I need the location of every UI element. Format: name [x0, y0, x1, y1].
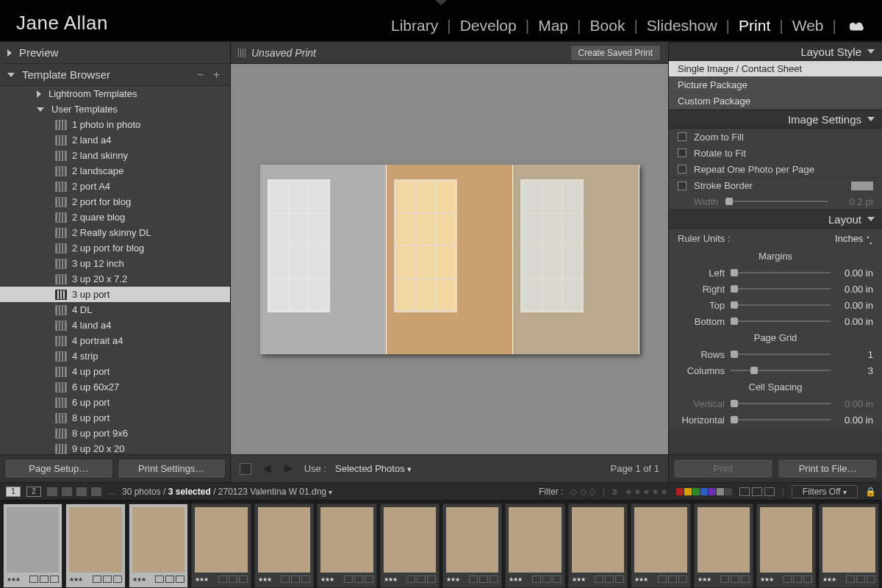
template-item[interactable]: 4 portrait a4: [0, 333, 230, 348]
rotate-to-fit-option[interactable]: Rotate to Fit: [669, 145, 882, 161]
template-browser-header[interactable]: Template Browser − +: [0, 64, 230, 86]
template-item[interactable]: 2 quare blog: [0, 209, 230, 225]
print-job-title: Unsaved Print: [251, 47, 316, 59]
filter-lock-icon[interactable]: 🔒: [865, 487, 876, 497]
repeat-photo-option[interactable]: Repeat One Photo per Page: [669, 161, 882, 177]
print-canvas[interactable]: [231, 64, 668, 454]
left-panel: Preview Template Browser − + Lightroom T…: [0, 42, 231, 482]
filmstrip-thumb[interactable]: ★★★: [254, 503, 314, 588]
cloud-sync-icon[interactable]: [850, 21, 866, 35]
filmstrip-thumb[interactable]: ★★★: [3, 503, 62, 588]
template-item[interactable]: 2 up port for blog: [0, 240, 230, 256]
ruler-units-row[interactable]: Ruler Units : Inches ⢂: [669, 229, 882, 248]
print-to-file-button[interactable]: Print to File…: [778, 459, 878, 478]
layout-header[interactable]: Layout: [669, 209, 882, 229]
view-badges-icons[interactable]: [739, 487, 775, 496]
layout-style-option[interactable]: Custom Package: [669, 93, 882, 110]
module-tab-library[interactable]: Library: [388, 17, 441, 35]
template-item[interactable]: 3 up port: [0, 287, 230, 302]
filmstrip-thumb[interactable]: ★★★: [380, 503, 440, 588]
filmstrip-thumb[interactable]: ★★★: [191, 503, 251, 588]
drag-grip-icon[interactable]: [238, 49, 245, 57]
print-button[interactable]: Print: [673, 459, 773, 478]
next-page-icon[interactable]: ►: [282, 461, 295, 476]
template-item[interactable]: 1 photo in photo: [0, 117, 230, 132]
prev-page-icon[interactable]: ◄: [260, 461, 273, 476]
template-item[interactable]: 2 land skinny: [0, 148, 230, 163]
template-browser-title: Template Browser: [22, 68, 110, 81]
slider[interactable]: [731, 272, 831, 273]
slider[interactable]: [731, 370, 831, 371]
filmstrip-thumbnails[interactable]: ★★★★★★★★★★★★★★★★★★★★★★★★★★★★★★★★★★★★★★★★…: [0, 501, 882, 588]
preview-panel-header[interactable]: Preview: [0, 42, 230, 64]
template-item[interactable]: 4 strip: [0, 348, 230, 364]
stroke-color-swatch[interactable]: [851, 182, 873, 190]
filmstrip-thumb[interactable]: ★★★: [819, 503, 878, 588]
soft-proof-checkbox[interactable]: [240, 463, 251, 475]
layout-style-option[interactable]: Single Image / Contact Sheet: [669, 61, 882, 77]
use-dropdown[interactable]: Selected Photos ▾: [335, 463, 412, 474]
filmstrip-thumb[interactable]: ★★★: [317, 503, 376, 588]
spacing-horizontal-row: Horizontal0.00 in: [669, 412, 882, 428]
filmstrip-thumb[interactable]: ★★★: [756, 503, 816, 588]
filmstrip-thumb[interactable]: ★★★: [65, 503, 125, 588]
color-label-filter[interactable]: [676, 488, 732, 495]
template-item[interactable]: 8 up port: [0, 410, 230, 426]
monitor-2-button[interactable]: 2: [26, 487, 41, 497]
add-remove-template-icon[interactable]: − +: [197, 68, 223, 82]
margins-left-row: Left0.00 in: [669, 265, 882, 281]
module-tab-map[interactable]: Map: [535, 17, 571, 35]
flag-filter-icon[interactable]: ◇ ◇ ◇: [570, 487, 595, 497]
filmstrip-thumb[interactable]: ★★★: [631, 503, 690, 588]
template-item[interactable]: 6 up 60x27: [0, 379, 230, 395]
template-item[interactable]: 3 up 20 x 7.2: [0, 271, 230, 287]
template-item[interactable]: 8 up port 9x6: [0, 426, 230, 441]
filters-off-dropdown[interactable]: Filters Off ▾: [792, 485, 858, 498]
template-folder[interactable]: Lightroom Templates: [0, 86, 230, 101]
template-item[interactable]: 2 land a4: [0, 132, 230, 148]
template-item[interactable]: 2 landscape: [0, 163, 230, 179]
print-job-header: Unsaved Print Create Saved Print: [231, 42, 668, 64]
stroke-width-slider[interactable]: [725, 201, 828, 202]
filmstrip-thumb[interactable]: ★★★: [568, 503, 628, 588]
module-tab-slideshow[interactable]: Slideshow: [644, 17, 720, 35]
template-item[interactable]: 9 up 20 x 20: [0, 441, 230, 454]
monitor-1-button[interactable]: 1: [6, 487, 21, 497]
layout-style-list: Single Image / Contact SheetPicture Pack…: [669, 61, 882, 110]
module-tab-develop[interactable]: Develop: [457, 17, 520, 35]
slider[interactable]: [731, 403, 831, 404]
slider[interactable]: [731, 320, 831, 322]
view-mode-icons[interactable]: [47, 487, 101, 496]
template-item[interactable]: 4 land a4: [0, 318, 230, 333]
layout-style-option[interactable]: Picture Package: [669, 77, 882, 93]
top-reveal-notch[interactable]: [435, 0, 447, 5]
print-cell: [260, 165, 386, 354]
layout-style-header[interactable]: Layout Style: [669, 42, 882, 61]
template-item[interactable]: 4 up port: [0, 364, 230, 379]
filmstrip-thumb[interactable]: ★★★: [129, 503, 188, 588]
module-tab-web[interactable]: Web: [789, 17, 827, 35]
slider[interactable]: [731, 419, 831, 420]
zoom-to-fill-option[interactable]: Zoom to Fill: [669, 129, 882, 145]
template-item[interactable]: 2 port A4: [0, 179, 230, 194]
rating-filter[interactable]: ★★★★★: [625, 487, 669, 497]
template-item[interactable]: 2 Really skinny DL: [0, 225, 230, 240]
filmstrip-thumb[interactable]: ★★★: [694, 503, 753, 588]
filmstrip-thumb[interactable]: ★★★: [442, 503, 502, 588]
template-item[interactable]: 2 port for blog: [0, 194, 230, 209]
create-saved-print-button[interactable]: Create Saved Print: [570, 45, 661, 61]
module-tab-book[interactable]: Book: [587, 17, 628, 35]
slider[interactable]: [731, 354, 831, 355]
image-settings-header[interactable]: Image Settings: [669, 110, 882, 129]
module-tab-print[interactable]: Print: [736, 17, 773, 35]
template-folder[interactable]: User Templates: [0, 101, 230, 117]
template-item[interactable]: 6 up port: [0, 395, 230, 410]
template-item[interactable]: 3 up 12 inch: [0, 256, 230, 271]
slider[interactable]: [731, 304, 831, 306]
filmstrip-thumb[interactable]: ★★★: [505, 503, 564, 588]
stroke-border-option[interactable]: Stroke Border: [669, 177, 882, 193]
slider[interactable]: [731, 288, 831, 290]
print-settings-button[interactable]: Print Settings…: [118, 459, 226, 478]
template-item[interactable]: 4 DL: [0, 302, 230, 318]
page-setup-button[interactable]: Page Setup…: [4, 459, 113, 478]
